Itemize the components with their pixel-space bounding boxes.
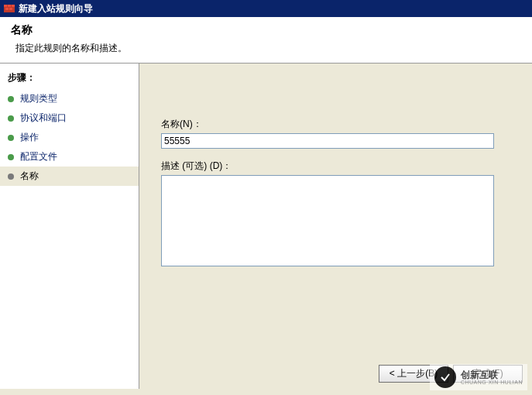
bullet-icon: [8, 96, 14, 102]
bullet-icon: [8, 115, 14, 122]
sidebar-item-label: 配置文件: [20, 150, 57, 163]
description-textarea[interactable]: [161, 175, 494, 266]
window-titlebar: 新建入站规则向导: [0, 0, 532, 17]
sidebar-item-label: 操作: [20, 131, 39, 144]
bullet-icon: [8, 154, 14, 160]
sidebar-item-label: 协议和端口: [20, 112, 67, 125]
sidebar-item-label: 规则类型: [20, 92, 57, 105]
page-subtitle: 指定此规则的名称和描述。: [15, 42, 521, 55]
sidebar-item-action[interactable]: 操作: [0, 128, 139, 147]
description-label: 描述 (可选) (D)：: [161, 160, 510, 173]
sidebar-item-label: 名称: [20, 170, 39, 183]
steps-sidebar: 步骤： 规则类型 协议和端口 操作 配置文件 名称: [0, 64, 139, 389]
main-content: 名称(N)： 描述 (可选) (D)： < 上一步(B) 完成(F): [139, 64, 532, 389]
sidebar-title: 步骤：: [0, 70, 139, 89]
sidebar-item-ruletype[interactable]: 规则类型: [0, 89, 139, 108]
svg-rect-1: [4, 5, 7, 7]
svg-rect-4: [5, 8, 9, 10]
bullet-icon: [8, 135, 14, 141]
watermark: 创新互联 CHUANG XIN HULIAN: [430, 364, 527, 390]
firewall-icon: [3, 2, 15, 15]
sidebar-item-profile[interactable]: 配置文件: [0, 147, 139, 167]
name-input[interactable]: [161, 133, 494, 149]
svg-rect-3: [12, 5, 15, 7]
sidebar-item-protocol[interactable]: 协议和端口: [0, 108, 139, 128]
window-title: 新建入站规则向导: [19, 2, 93, 15]
page-title: 名称: [11, 23, 521, 37]
name-label: 名称(N)：: [161, 118, 510, 131]
watermark-text: 创新互联: [461, 370, 523, 380]
bullet-icon: [8, 173, 14, 180]
wizard-header: 名称 指定此规则的名称和描述。: [0, 17, 532, 64]
svg-rect-2: [8, 5, 11, 7]
watermark-logo-icon: [434, 366, 456, 388]
svg-rect-5: [9, 8, 12, 10]
watermark-subtext: CHUANG XIN HULIAN: [461, 380, 523, 385]
sidebar-item-name[interactable]: 名称: [0, 167, 139, 186]
